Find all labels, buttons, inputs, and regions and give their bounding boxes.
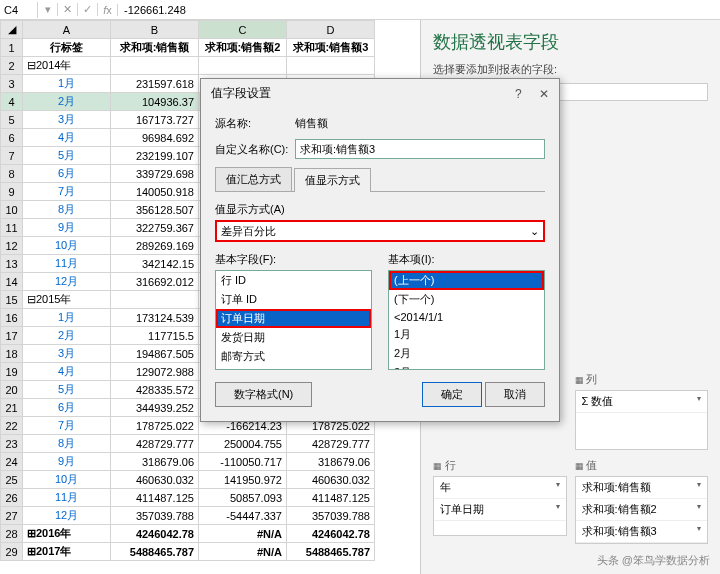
name-box[interactable]: C4	[0, 2, 38, 18]
cancel-icon[interactable]: ✕	[58, 3, 78, 16]
base-item-label: 基本项(I):	[388, 252, 545, 267]
watermark: @笨鸟学数据分析	[597, 553, 710, 568]
tab-show-as[interactable]: 值显示方式	[294, 168, 371, 192]
cancel-button[interactable]: 取消	[485, 382, 545, 407]
base-item-listbox[interactable]: (上一个)(下一个)<2014/1/11月2月3月	[388, 270, 545, 370]
number-format-button[interactable]: 数字格式(N)	[215, 382, 312, 407]
values-area-label: 值	[575, 458, 709, 473]
show-as-combo[interactable]: 差异百分比⌄	[215, 220, 545, 242]
confirm-icon[interactable]: ✓	[78, 3, 98, 16]
base-field-label: 基本字段(F):	[215, 252, 372, 267]
source-name-label: 源名称:	[215, 116, 295, 131]
value-field-settings-dialog: 值字段设置 ? ✕ 源名称: 销售额 自定义名称(C): 值汇总方式 值显示方式…	[200, 78, 560, 422]
help-icon[interactable]: ?	[515, 87, 522, 101]
pane-title: 数据透视表字段	[433, 30, 708, 54]
custom-name-label: 自定义名称(C):	[215, 142, 295, 157]
values-drop-area[interactable]: 求和项:销售额求和项:销售额2求和项:销售额3	[575, 476, 709, 544]
select-all-corner[interactable]: ◢	[1, 21, 23, 39]
col-header-b[interactable]: B	[111, 21, 199, 39]
col-header-a[interactable]: A	[23, 21, 111, 39]
col-header-d[interactable]: D	[287, 21, 375, 39]
rows-drop-area[interactable]: 年订单日期	[433, 476, 567, 536]
source-name-value: 销售额	[295, 116, 328, 131]
rows-area-label: 行	[433, 458, 567, 473]
close-icon[interactable]: ✕	[539, 87, 549, 101]
columns-area-label: 列	[575, 372, 709, 387]
col-header-c[interactable]: C	[199, 21, 287, 39]
base-field-listbox[interactable]: 行 ID订单 ID订单日期发货日期邮寄方式客户 ID	[215, 270, 372, 370]
chevron-down-icon: ⌄	[530, 225, 539, 238]
formula-bar: C4 ▾ ✕ ✓ fx -126661.248	[0, 0, 720, 20]
ok-button[interactable]: 确定	[422, 382, 482, 407]
show-as-label: 值显示方式(A)	[215, 202, 545, 217]
dropdown-icon[interactable]: ▾	[38, 3, 58, 16]
custom-name-input[interactable]	[295, 139, 545, 159]
dialog-title: 值字段设置	[211, 85, 271, 102]
formula-value[interactable]: -126661.248	[118, 4, 186, 16]
pane-subtitle: 选择要添加到报表的字段:	[433, 62, 708, 77]
tab-summarize[interactable]: 值汇总方式	[215, 167, 292, 191]
fx-icon[interactable]: fx	[98, 4, 118, 16]
columns-drop-area[interactable]: Σ 数值	[575, 390, 709, 450]
